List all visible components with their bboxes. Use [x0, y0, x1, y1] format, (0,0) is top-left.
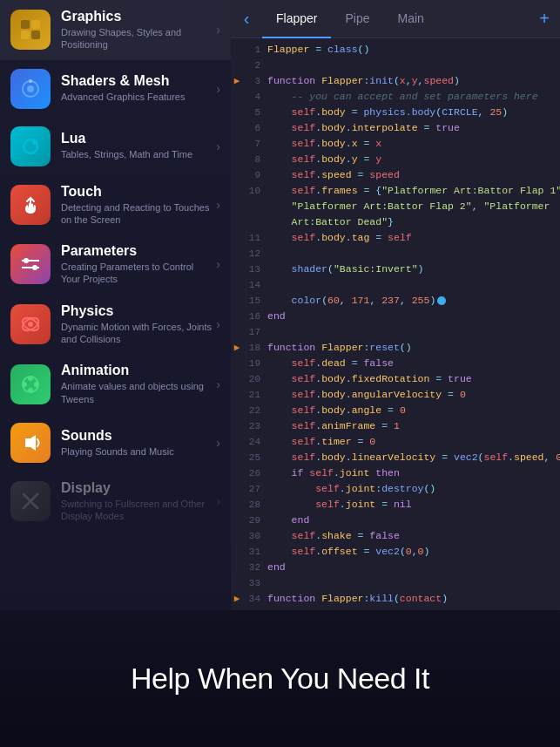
code-line-22: 22 self.body.angle = 0: [231, 403, 560, 418]
sounds-subtitle: Playing Sounds and Music: [61, 445, 213, 458]
lua-text: Lua Tables, Strings, Math and Time: [61, 131, 213, 160]
svg-rect-1: [31, 20, 40, 29]
sidebar-item-physics[interactable]: Physics Dynamic Motion with Forces, Join…: [0, 295, 231, 355]
code-line-15: 15 color(60, 171, 237, 255): [231, 293, 560, 309]
code-line-11: 11 self.body.tag = self: [231, 230, 560, 246]
code-line-10: 10 self.frames = {"Platformer Art:Battor…: [231, 183, 560, 199]
tab-pipe[interactable]: Pipe: [331, 0, 383, 38]
code-line-18: ▶ 18 function Flapper:reset(): [231, 340, 560, 356]
code-line-20: 20 self.body.fixedRotation = true: [231, 371, 560, 387]
sidebar-item-parameters[interactable]: Parameters Creating Parameters to Contro…: [0, 234, 231, 295]
code-line-4: 4 -- you can accept and set parameters h…: [231, 89, 560, 105]
tagline-text: Help When You Need It: [131, 662, 429, 696]
parameters-icon: [10, 244, 51, 284]
lua-title: Lua: [61, 131, 213, 146]
code-line-1: 1 Flapper = class(): [231, 42, 560, 58]
code-line-13: 13 shader("Basic:Invert"): [231, 261, 560, 277]
touch-icon: [10, 185, 51, 225]
display-title: Display: [61, 480, 213, 496]
svg-marker-23: [25, 435, 36, 451]
lua-subtitle: Tables, Strings, Math and Time: [61, 148, 213, 160]
tagline-area: Help When You Need It: [0, 610, 560, 747]
code-line-12: 12: [231, 246, 560, 261]
graphics-text: Graphics Drawing Shapes, Styles and Posi…: [61, 9, 213, 51]
code-line-2: 2: [231, 58, 560, 73]
svg-point-8: [32, 139, 37, 145]
editor-panel: ‹ Flapper Pipe Main + 1 Flapper = class(…: [231, 0, 560, 610]
code-line-9: 9 self.speed = speed: [231, 167, 560, 183]
sounds-chevron: ›: [216, 436, 220, 450]
physics-title: Physics: [61, 303, 213, 319]
svg-rect-0: [21, 20, 30, 29]
svg-point-19: [22, 382, 27, 387]
physics-text: Physics Dynamic Motion with Forces, Join…: [61, 303, 213, 346]
sidebar-item-sounds[interactable]: Sounds Playing Sounds and Music ›: [0, 414, 231, 472]
svg-point-5: [27, 85, 34, 92]
svg-point-22: [28, 388, 33, 393]
code-line-33: 33: [231, 575, 560, 591]
svg-rect-2: [21, 31, 30, 39]
physics-icon: [10, 304, 51, 344]
sounds-icon: [10, 423, 51, 463]
display-chevron: ›: [216, 494, 220, 508]
parameters-chevron: ›: [216, 257, 220, 271]
code-line-3: ▶ 3 function Flapper:init(x,y,speed): [231, 73, 560, 89]
svg-point-21: [28, 376, 33, 381]
graphics-icon: [10, 10, 51, 50]
touch-text: Touch Detecting and Reacting to Touches …: [61, 184, 213, 227]
animation-title: Animation: [61, 363, 213, 378]
code-line-35: 35 if self.dead then: [231, 607, 560, 610]
code-line-32: 32 end: [231, 560, 560, 575]
animation-chevron: ›: [216, 377, 220, 391]
code-line-17: 17: [231, 324, 560, 340]
physics-subtitle: Dynamic Motion with Forces, Joints and C…: [61, 321, 213, 346]
sidebar-item-shaders[interactable]: Shaders & Mesh Advanced Graphics Feature…: [0, 60, 231, 118]
graphics-subtitle: Drawing Shapes, Styles and Positioning: [61, 26, 213, 51]
code-line-16: 16 end: [231, 309, 560, 324]
svg-point-20: [34, 382, 39, 387]
display-icon: [10, 481, 51, 521]
code-line-7: 7 self.body.x = x: [231, 136, 560, 152]
sounds-text: Sounds Playing Sounds and Music: [61, 428, 213, 458]
lua-chevron: ›: [216, 139, 220, 153]
code-line-24: 24 self.timer = 0: [231, 434, 560, 450]
touch-subtitle: Detecting and Reacting to Touches on the…: [61, 201, 213, 227]
shaders-icon: [10, 69, 51, 109]
back-button[interactable]: ‹: [231, 0, 262, 38]
sidebar-item-touch[interactable]: Touch Detecting and Reacting to Touches …: [0, 175, 231, 235]
sidebar-item-graphics[interactable]: Graphics Drawing Shapes, Styles and Posi…: [0, 0, 231, 60]
shaders-subtitle: Advanced Graphics Features: [61, 91, 213, 103]
svg-point-6: [29, 79, 32, 83]
display-text: Display Switching to Fullscreen and Othe…: [61, 480, 213, 523]
animation-subtitle: Animate values and objects using Tweens: [61, 380, 213, 405]
lua-icon: [10, 126, 51, 166]
physics-chevron: ›: [216, 317, 220, 331]
animation-text: Animation Animate values and objects usi…: [61, 363, 213, 405]
svg-point-9: [24, 258, 29, 263]
code-line-27: 27 self.joint:destroy(): [231, 481, 560, 497]
sounds-title: Sounds: [61, 428, 213, 444]
parameters-text: Parameters Creating Parameters to Contro…: [61, 243, 213, 286]
animation-icon: [10, 364, 51, 404]
code-line-26: 26 if self.joint then: [231, 465, 560, 481]
code-line-14: 14: [231, 277, 560, 293]
graphics-chevron: ›: [216, 23, 220, 37]
tab-bar: ‹ Flapper Pipe Main +: [231, 0, 560, 38]
code-line-10b: "Platformer Art:Battor Flap 2", "Platfor…: [231, 199, 560, 214]
tab-main[interactable]: Main: [384, 0, 438, 38]
code-line-8: 8 self.body.y = y: [231, 152, 560, 167]
sidebar-item-display: Display Switching to Fullscreen and Othe…: [0, 472, 231, 532]
shaders-chevron: ›: [216, 82, 220, 96]
code-line-23: 23 self.animFrame = 1: [231, 418, 560, 434]
tab-flapper[interactable]: Flapper: [262, 0, 331, 38]
code-area[interactable]: 1 Flapper = class() 2 ▶ 3 function Flapp…: [231, 38, 560, 610]
sidebar: Graphics Drawing Shapes, Styles and Posi…: [0, 0, 231, 610]
add-tab-button[interactable]: +: [529, 0, 560, 38]
sidebar-item-lua[interactable]: Lua Tables, Strings, Math and Time ›: [0, 118, 231, 175]
code-line-34: ▶ 34 function Flapper:kill(contact): [231, 591, 560, 607]
parameters-subtitle: Creating Parameters to Control Your Proj…: [61, 261, 213, 286]
sidebar-item-animation[interactable]: Animation Animate values and objects usi…: [0, 354, 231, 414]
shaders-title: Shaders & Mesh: [61, 73, 213, 89]
code-line-10c: Art:Battor Dead"}: [231, 214, 560, 230]
svg-point-17: [28, 322, 33, 327]
